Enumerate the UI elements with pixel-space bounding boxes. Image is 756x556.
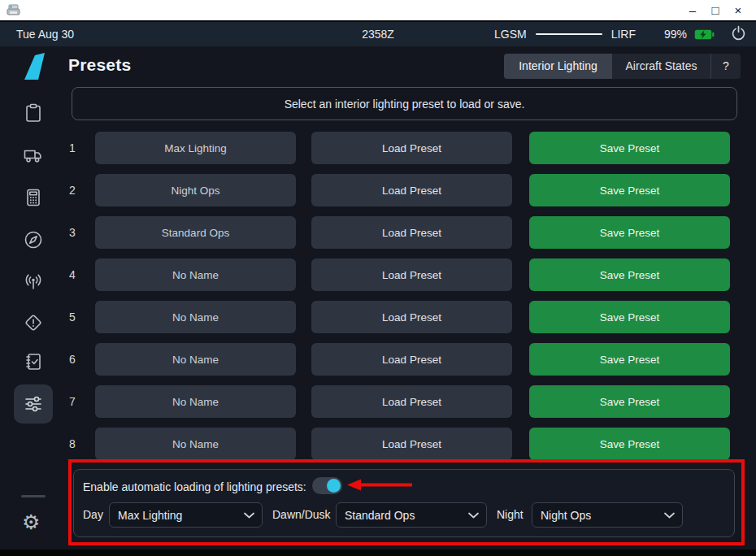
save-preset-button[interactable]: Save Preset xyxy=(529,301,730,333)
battery-charging-icon xyxy=(694,29,715,40)
broadcast-icon[interactable] xyxy=(22,271,45,293)
preset-name-button[interactable]: No Name xyxy=(95,428,296,460)
preset-number: 5 xyxy=(69,311,95,324)
day-preset-value: Max Lighting xyxy=(110,509,244,522)
auto-load-toggle[interactable] xyxy=(312,477,342,494)
maximize-button[interactable]: □ xyxy=(704,0,727,20)
preset-row: 3 Standard Ops Load Preset Save Preset xyxy=(69,211,731,254)
flight-route: LGSM LIRF xyxy=(494,22,636,46)
save-preset-button[interactable]: Save Preset xyxy=(529,428,730,460)
tab-aircraft-states[interactable]: Aircraft States xyxy=(612,54,710,79)
chevron-down-icon xyxy=(244,512,254,519)
preset-name-button[interactable]: No Name xyxy=(95,301,296,333)
settings-gear-icon[interactable]: ⚙ xyxy=(22,511,45,534)
preset-name-button[interactable]: No Name xyxy=(95,343,296,376)
status-bar: Tue Aug 30 2358Z LGSM LIRF 99% xyxy=(0,22,756,46)
instruction-banner: Select an interior lighting preset to lo… xyxy=(72,87,737,120)
sidebar-divider xyxy=(21,495,46,497)
help-button[interactable]: ? xyxy=(710,54,741,79)
preset-number: 2 xyxy=(69,184,95,197)
preset-row: 4 No Name Load Preset Save Preset xyxy=(69,254,731,296)
preset-name-button[interactable]: Standard Ops xyxy=(95,216,296,249)
load-preset-button[interactable]: Load Preset xyxy=(311,385,512,418)
window-bottom-edge xyxy=(0,549,756,556)
minimize-button[interactable]: – xyxy=(681,0,704,20)
status-time: 2358Z xyxy=(362,22,394,46)
save-preset-button[interactable]: Save Preset xyxy=(529,343,730,376)
app-icon xyxy=(7,3,22,20)
preset-number: 6 xyxy=(69,353,95,366)
auto-load-panel: Enable automatic loading of lighting pre… xyxy=(73,469,735,537)
load-preset-button[interactable]: Load Preset xyxy=(311,428,512,460)
preset-row: 2 Night Ops Load Preset Save Preset xyxy=(69,169,731,211)
night-label: Night xyxy=(497,502,524,528)
alert-icon[interactable] xyxy=(22,311,45,334)
preset-name-button[interactable]: No Name xyxy=(95,385,296,418)
preset-row: 7 No Name Load Preset Save Preset xyxy=(69,380,731,423)
save-preset-button[interactable]: Save Preset xyxy=(529,132,730,164)
load-preset-button[interactable]: Load Preset xyxy=(311,132,512,164)
preset-number: 1 xyxy=(69,141,95,154)
day-preset-select[interactable]: Max Lighting xyxy=(109,502,263,528)
night-preset-value: Night Ops xyxy=(532,509,664,522)
route-destination: LIRF xyxy=(611,28,636,41)
truck-icon[interactable] xyxy=(22,144,45,167)
preset-row: 8 No Name Load Preset Save Preset xyxy=(69,423,731,465)
page-title: Presets xyxy=(68,55,131,75)
close-button[interactable]: × xyxy=(727,0,749,20)
checklist-icon[interactable] xyxy=(22,350,45,373)
route-origin: LGSM xyxy=(494,28,527,41)
preset-number: 3 xyxy=(69,226,95,239)
preset-name-button[interactable]: Night Ops xyxy=(95,174,296,206)
preset-row: 6 No Name Load Preset Save Preset xyxy=(69,338,731,380)
night-preset-select[interactable]: Night Ops xyxy=(532,502,683,528)
status-date: Tue Aug 30 xyxy=(16,22,74,46)
app-window: – □ × Tue Aug 30 2358Z LGSM LIRF 99% xyxy=(0,0,756,556)
route-progress-line xyxy=(536,33,602,35)
save-preset-button[interactable]: Save Preset xyxy=(529,385,730,418)
load-preset-button[interactable]: Load Preset xyxy=(311,174,512,206)
dawn-dusk-label: Dawn/Dusk xyxy=(272,502,331,528)
sliders-icon[interactable] xyxy=(22,393,45,415)
compass-icon[interactable] xyxy=(22,228,45,251)
chevron-down-icon xyxy=(468,512,479,519)
preset-row: 1 Max Lighting Load Preset Save Preset xyxy=(69,127,731,169)
toggle-knob xyxy=(327,479,341,493)
battery-percent: 99% xyxy=(664,28,687,41)
preset-number: 4 xyxy=(69,268,95,281)
instruction-text: Select an interior lighting preset to lo… xyxy=(285,98,525,111)
save-preset-button[interactable]: Save Preset xyxy=(529,216,730,249)
preset-row: 5 No Name Load Preset Save Preset xyxy=(69,296,731,338)
titlebar: – □ × xyxy=(0,0,756,22)
chevron-down-icon xyxy=(664,512,675,519)
load-preset-button[interactable]: Load Preset xyxy=(311,258,512,291)
preset-number: 7 xyxy=(69,395,95,408)
day-label: Day xyxy=(83,502,103,528)
airline-tail-logo xyxy=(24,52,46,84)
power-icon[interactable] xyxy=(731,25,746,43)
save-preset-button[interactable]: Save Preset xyxy=(529,174,730,206)
auto-load-label: Enable automatic loading of lighting pre… xyxy=(83,480,306,493)
save-preset-button[interactable]: Save Preset xyxy=(529,258,730,291)
tab-interior-lighting[interactable]: Interior Lighting xyxy=(504,54,612,79)
calculator-icon[interactable] xyxy=(22,186,45,209)
load-preset-button[interactable]: Load Preset xyxy=(311,301,512,333)
preset-name-button[interactable]: No Name xyxy=(95,258,296,291)
preset-name-button[interactable]: Max Lighting xyxy=(95,132,296,164)
sidebar: ⚙ xyxy=(0,46,65,550)
tab-bar: Interior Lighting Aircraft States ? xyxy=(504,54,741,79)
preset-list: 1 Max Lighting Load Preset Save Preset 2… xyxy=(69,127,731,465)
load-preset-button[interactable]: Load Preset xyxy=(311,216,512,249)
preset-number: 8 xyxy=(69,437,95,450)
clipboard-icon[interactable] xyxy=(22,102,45,124)
dawn-dusk-preset-select[interactable]: Standard Ops xyxy=(336,502,487,528)
load-preset-button[interactable]: Load Preset xyxy=(311,343,512,376)
dawn-dusk-preset-value: Standard Ops xyxy=(337,509,468,522)
